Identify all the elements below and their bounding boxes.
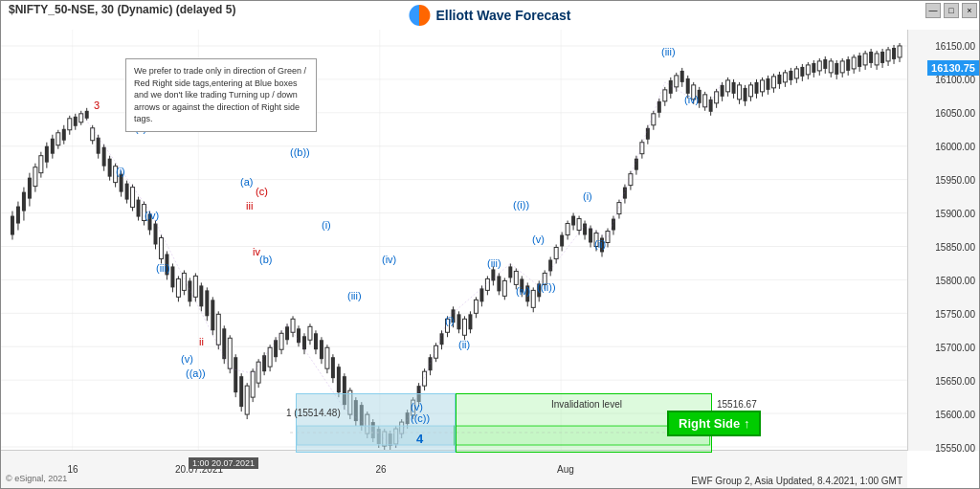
svg-rect-112 (279, 333, 283, 349)
svg-rect-270 (732, 82, 736, 94)
svg-rect-190 (502, 280, 506, 296)
svg-rect-32 (51, 139, 55, 154)
price-label-15600: 15600.00 (935, 410, 975, 420)
svg-rect-182 (479, 288, 483, 301)
logo-icon (409, 5, 430, 26)
svg-rect-242 (652, 114, 656, 125)
svg-rect-166 (434, 345, 438, 358)
svg-rect-82 (193, 276, 197, 297)
svg-rect-30 (45, 146, 49, 163)
x-label-aug: Aug (557, 464, 574, 475)
svg-rect-90 (216, 314, 220, 345)
svg-rect-328 (898, 46, 902, 57)
svg-rect-122 (308, 326, 312, 340)
svg-rect-252 (680, 71, 684, 82)
maximize-button[interactable]: □ (944, 3, 959, 18)
svg-rect-302 (823, 59, 827, 69)
svg-rect-92 (222, 328, 226, 359)
svg-rect-276 (749, 85, 753, 97)
svg-rect-220 (589, 229, 592, 243)
svg-rect-24 (28, 178, 32, 199)
svg-rect-106 (262, 355, 266, 371)
svg-rect-198 (525, 285, 529, 301)
svg-rect-266 (721, 85, 724, 97)
svg-rect-88 (211, 300, 214, 330)
svg-rect-306 (835, 63, 838, 75)
svg-rect-292 (794, 69, 798, 78)
svg-rect-230 (617, 203, 621, 214)
svg-rect-312 (852, 57, 856, 69)
info-box: We prefer to trade only in direction of … (125, 58, 317, 132)
svg-rect-300 (817, 61, 821, 71)
price-label-15650: 15650.00 (935, 376, 975, 387)
svg-rect-316 (863, 54, 867, 65)
svg-rect-68 (153, 224, 157, 245)
svg-rect-208 (554, 247, 558, 258)
chart-footer: EWF Group 2, Asia Updated, 8.4.2021, 1:0… (691, 476, 902, 486)
price-label-15700: 15700.00 (935, 343, 975, 353)
svg-rect-58 (125, 184, 129, 200)
price-label-15800: 15800.00 (935, 276, 975, 286)
svg-rect-224 (600, 238, 604, 253)
svg-rect-260 (703, 95, 707, 107)
svg-rect-38 (68, 119, 72, 130)
svg-rect-126 (320, 340, 323, 359)
svg-rect-214 (571, 216, 575, 226)
svg-rect-102 (251, 371, 255, 397)
svg-rect-40 (74, 117, 78, 126)
price-label-15900: 15900.00 (935, 209, 975, 219)
svg-rect-42 (79, 114, 83, 122)
close-button[interactable]: × (962, 3, 977, 18)
x-label-26: 26 (375, 464, 386, 475)
svg-rect-20 (16, 207, 20, 224)
chart-title: $NIFTY_50-NSE, 30 (Dynamic) (delayed 5) (9, 3, 235, 16)
svg-rect-278 (755, 82, 759, 94)
svg-rect-318 (869, 52, 873, 63)
svg-rect-76 (176, 278, 180, 297)
svg-rect-36 (62, 129, 66, 141)
svg-rect-268 (726, 80, 730, 92)
svg-rect-130 (331, 357, 335, 378)
svg-rect-254 (686, 78, 690, 94)
svg-rect-26 (33, 167, 37, 187)
svg-rect-322 (880, 52, 884, 63)
svg-rect-62 (137, 200, 141, 217)
svg-rect-210 (560, 235, 564, 247)
price-label-15550: 15550.00 (935, 443, 975, 454)
x-label-16: 16 (67, 464, 78, 475)
svg-rect-192 (508, 266, 512, 278)
invalidation-label: Invalidation level (551, 399, 622, 410)
svg-rect-94 (228, 338, 232, 368)
svg-rect-56 (120, 174, 123, 192)
svg-rect-194 (514, 271, 518, 284)
svg-rect-256 (692, 85, 696, 100)
svg-rect-110 (274, 340, 278, 357)
svg-rect-290 (789, 71, 792, 80)
svg-rect-280 (760, 80, 764, 92)
svg-rect-64 (143, 205, 146, 221)
window-controls[interactable]: — □ × (925, 3, 977, 18)
blue-box (296, 393, 456, 453)
svg-rect-282 (766, 78, 769, 90)
svg-rect-18 (11, 216, 14, 235)
svg-rect-284 (771, 77, 775, 88)
svg-rect-180 (474, 300, 478, 313)
svg-rect-66 (148, 214, 152, 231)
svg-rect-74 (170, 266, 174, 287)
svg-rect-114 (285, 326, 289, 340)
svg-rect-124 (314, 333, 318, 349)
svg-rect-258 (698, 90, 702, 103)
price-label-16100: 16100.00 (935, 75, 975, 85)
svg-rect-54 (114, 167, 118, 183)
minimize-button[interactable]: — (925, 3, 941, 18)
price-label-16150: 16150.00 (935, 41, 975, 52)
right-side-button[interactable]: Right Side ↑ (667, 411, 761, 436)
svg-rect-294 (800, 67, 804, 77)
logo-area: Elliott Wave Forecast (409, 5, 570, 26)
price-label-15850: 15850.00 (935, 242, 975, 253)
svg-rect-98 (239, 376, 243, 407)
svg-rect-324 (886, 50, 890, 61)
svg-rect-96 (234, 357, 237, 392)
svg-rect-80 (188, 280, 191, 301)
svg-rect-202 (537, 283, 541, 297)
